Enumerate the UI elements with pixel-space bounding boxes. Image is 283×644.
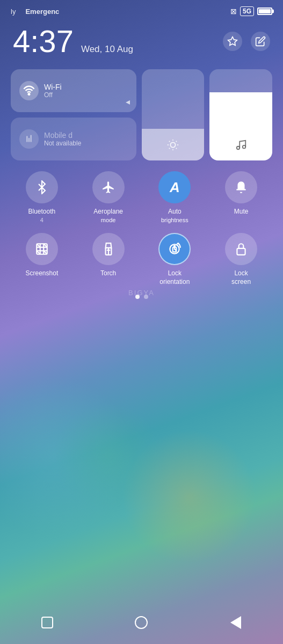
status-right: ⊠ 5G [230,6,272,16]
wifi-arrow-icon: ◂ [126,97,130,107]
back-icon [230,616,241,629]
lock-orientation-label: Lockorientation [159,269,190,286]
svg-point-14 [236,147,240,150]
aeroplane-circle [92,171,125,203]
mobile-icon-circle [19,129,39,149]
partial-text: ly [11,8,16,16]
sim-icon: ⊠ [230,7,237,16]
brightness-icon [167,139,179,156]
torch-label: Torch [100,269,116,278]
svg-point-1 [28,93,30,95]
clock-section: 4:37 Wed, 10 Aug [0,20,283,65]
toggle-torch[interactable]: Torch [77,233,140,286]
music-icon [235,139,247,156]
svg-line-13 [176,141,177,142]
wifi-sublabel: Off [44,91,62,99]
home-icon [135,616,148,629]
clock-left: 4:37 Wed, 10 Aug [13,26,133,57]
wifi-label: Wi-Fi [44,83,62,91]
svg-line-9 [176,148,177,149]
mobile-text: Mobile d Not available [44,131,81,147]
toggle-aeroplane[interactable]: Aeroplane mode [77,171,140,224]
mobile-sublabel: Not available [44,140,81,147]
lock-screen-circle [225,233,257,265]
dot-2 [144,295,148,299]
mobile-label: Mobile d [44,131,81,140]
battery-fill [259,9,271,13]
nav-back-button[interactable] [225,612,246,633]
status-left-text: ly Emergenc [11,8,59,16]
toggle-bluetooth[interactable]: Bluetooth 4 [11,171,73,224]
status-bar: ly Emergenc ⊠ 5G [0,0,283,20]
bluetooth-label: Bluetooth 4 [28,208,56,224]
svg-line-12 [169,148,170,149]
screenshot-circle [26,233,58,265]
toggle-screenshot[interactable]: Screenshot [11,233,73,286]
clock-icons [223,32,270,51]
mute-circle [225,171,257,203]
wifi-icon-circle [19,81,39,100]
toggle-lock-orientation[interactable]: Lockorientation [144,233,206,286]
mute-label: Mute [234,208,249,216]
edit-icon-button[interactable] [251,32,270,51]
signal-badge: 5G [240,6,254,16]
svg-marker-0 [228,37,237,46]
wifi-card[interactable]: Wi-Fi Off ◂ [11,69,136,112]
top-controls: Wi-Fi Off ◂ Mobile d Not available [0,65,283,165]
battery-indicator [257,8,272,15]
lock-screen-label: Lockscreen [231,269,251,286]
svg-point-5 [170,142,175,147]
nav-home-button[interactable] [130,612,152,633]
toggle-auto-brightness[interactable]: A Auto brightness [144,171,206,224]
svg-line-8 [169,141,170,142]
lock-orientation-circle [158,233,191,265]
brightness-slider[interactable] [142,69,205,160]
clock-date: Wed, 10 Aug [81,44,133,55]
torch-circle [92,233,125,265]
mobile-card[interactable]: Mobile d Not available [11,118,136,160]
toggle-mute[interactable]: Mute [210,171,272,224]
aeroplane-label: Aeroplane mode [93,208,123,224]
auto-brightness-circle: A [158,171,191,203]
nav-bar [0,606,283,644]
quick-toggles-row2: Screenshot Torch [0,231,283,288]
toggle-lock-screen[interactable]: Lockscreen [210,233,272,286]
auto-brightness-icon: A [170,179,180,196]
svg-rect-30 [237,248,245,255]
settings-icon-button[interactable] [223,32,242,51]
screenshot-label: Screenshot [26,269,59,278]
quick-toggles-row1: Bluetooth 4 Aeroplane mode A Auto b [0,169,283,226]
svg-point-15 [242,145,245,149]
wifi-text: Wi-Fi Off [44,83,62,99]
recents-icon [41,617,53,628]
dot-1 [135,295,140,299]
pagination-dots [0,288,283,305]
bluetooth-circle [26,171,58,203]
volume-slider[interactable] [209,69,272,160]
battery-box [257,8,272,15]
auto-brightness-label: Auto brightness [161,208,188,224]
clock-time: 4:37 [13,26,74,57]
emergency-text: Emergenc [25,8,59,16]
nav-recents-button[interactable] [37,612,58,633]
